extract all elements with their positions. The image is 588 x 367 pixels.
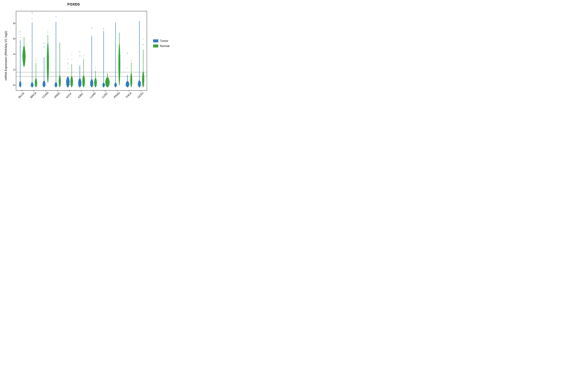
xtick-label: LUSC [101, 92, 109, 99]
xtick-label: KICH [65, 92, 72, 99]
ytick-mark [15, 23, 16, 24]
xtick-label: BRCA [30, 91, 37, 99]
ytick-label: 0 [7, 83, 15, 87]
xtick-label: THCA [125, 92, 132, 99]
ytick-mark [15, 70, 16, 70]
xtick-mark [34, 91, 34, 92]
xtick-label: PRAD [113, 91, 121, 99]
legend-item-normal: Normal [153, 44, 169, 48]
xtick-label: BLCA [18, 92, 25, 99]
xtick-mark [22, 91, 22, 92]
xtick-mark [141, 91, 141, 92]
ytick-mark [15, 39, 16, 39]
chart-title: FOXD3 [0, 2, 147, 6]
legend: Tumor Normal [153, 39, 169, 50]
legend-swatch-tumor [153, 39, 158, 42]
chart-canvas: FOXD3 mRNA Expression (RNASeq V2, log2) … [0, 0, 181, 113]
xtick-mark [69, 91, 70, 92]
xtick-mark [129, 91, 129, 92]
ytick-mark [15, 54, 16, 54]
xtick-mark [81, 91, 82, 92]
xtick-mark [93, 91, 94, 92]
xtick-mark [105, 91, 105, 92]
xtick-label: UCEC [137, 91, 144, 99]
xtick-mark [46, 91, 46, 92]
xtick-mark [117, 91, 117, 92]
ytick-mark [15, 85, 16, 85]
xtick-label: COAD [42, 91, 49, 99]
plot-area [16, 11, 147, 91]
violin-median [141, 85, 145, 86]
legend-label-normal: Normal [160, 44, 169, 48]
legend-item-tumor: Tumor [153, 39, 169, 42]
ytick-label: 6 [7, 37, 15, 40]
ytick-label: 2 [7, 68, 15, 71]
xtick-label: HNSC [53, 91, 61, 99]
xtick-label: LUAD [89, 92, 96, 99]
legend-label-tumor: Tumor [160, 39, 168, 42]
violin [16, 11, 147, 91]
legend-swatch-normal [153, 44, 158, 48]
xtick-mark [57, 91, 58, 92]
ytick-label: 8 [7, 22, 15, 25]
xtick-label: KIRC [77, 92, 84, 99]
ytick-label: 4 [7, 53, 15, 56]
